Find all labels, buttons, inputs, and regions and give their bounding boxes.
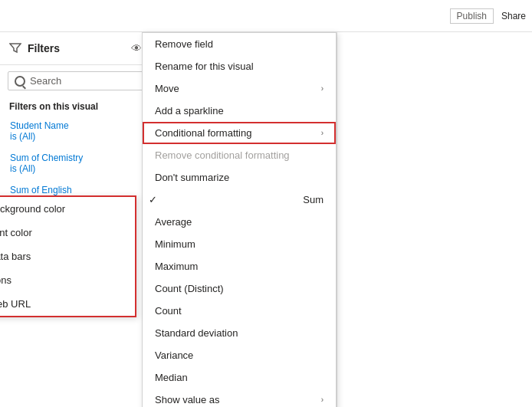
publish-button[interactable]: Publish	[450, 8, 494, 24]
submenu-item-background-color[interactable]: Background color	[0, 197, 135, 221]
search-label: Search	[30, 75, 61, 87]
context-menu-item-dont-summarize[interactable]: Don't summarize	[143, 166, 336, 189]
context-menu-item-median[interactable]: Median	[143, 366, 336, 389]
submenu-item-web-url[interactable]: Web URL	[0, 292, 135, 316]
top-share-area: Publish Share	[450, 8, 526, 24]
context-menu-item-minimum[interactable]: Minimum	[143, 233, 336, 255]
context-menu-item-variance[interactable]: Variance	[143, 344, 336, 366]
chevron-right-icon: ›	[321, 129, 323, 137]
top-bar: Publish Share	[0, 0, 532, 32]
chevron-right-icon: ›	[321, 84, 323, 93]
submenu-panel: Background color Font color Data bars Ic…	[0, 195, 136, 317]
context-menu-item-remove-conditional[interactable]: Remove conditional formatting	[143, 144, 336, 166]
checkmark-icon: ✓	[149, 194, 157, 205]
submenu-item-icons[interactable]: Icons	[0, 268, 135, 292]
filters-title: Filters	[28, 42, 122, 54]
context-menu-item-average[interactable]: Average	[143, 211, 336, 233]
context-menu-item-add-sparkline[interactable]: Add a sparkline	[143, 100, 336, 122]
main-layout: Filters 👁 ≫ Search Filters on this visua…	[0, 32, 532, 407]
context-menu: Remove field Rename for this visual Move…	[142, 32, 337, 407]
submenu-item-data-bars[interactable]: Data bars	[0, 245, 135, 268]
context-menu-item-remove-field[interactable]: Remove field	[143, 33, 336, 55]
submenu-item-font-color[interactable]: Font color	[0, 221, 135, 245]
context-menu-item-conditional-wrapper: Conditional formatting › Background colo…	[143, 122, 336, 144]
share-button[interactable]: Share	[501, 11, 526, 21]
context-menu-item-count-distinct[interactable]: Count (Distinct)	[143, 277, 336, 300]
chevron-right-icon: ›	[321, 396, 323, 404]
context-menu-item-count[interactable]: Count	[143, 300, 336, 322]
search-icon	[15, 76, 25, 87]
context-menu-item-sum[interactable]: ✓ Sum	[143, 189, 336, 211]
context-menu-item-conditional-formatting[interactable]: Conditional formatting ›	[143, 122, 336, 144]
filter-icon	[9, 42, 21, 54]
context-menu-item-move[interactable]: Move ›	[143, 77, 336, 100]
context-menu-item-maximum[interactable]: Maximum	[143, 255, 336, 277]
context-menu-item-std-dev[interactable]: Standard deviation	[143, 322, 336, 344]
context-menu-item-show-value-as[interactable]: Show value as ›	[143, 389, 336, 407]
viz-panel: Visualizations Build visual	[176, 32, 337, 407]
context-menu-item-rename[interactable]: Rename for this visual	[143, 55, 336, 77]
